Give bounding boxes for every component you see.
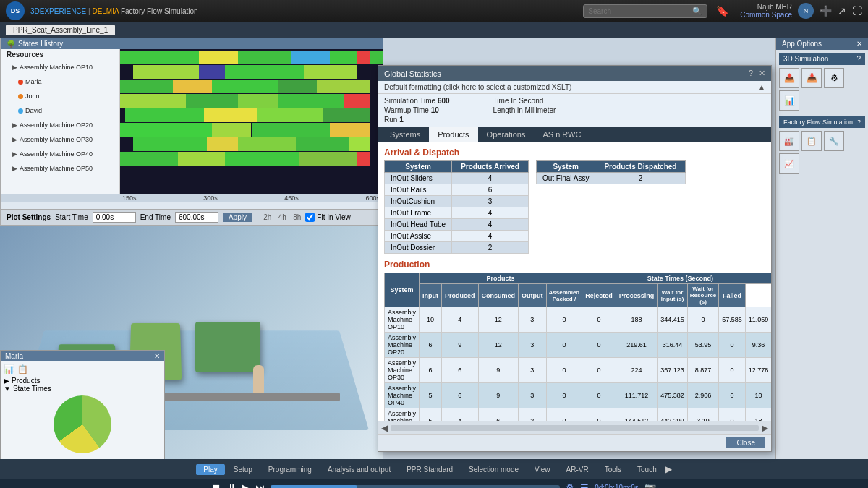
right-panel-section2: Factory Flow Simulation ? (779, 116, 865, 128)
resources-header: Resources (1, 49, 119, 60)
gantt-chart (120, 49, 383, 194)
flow-button-2[interactable]: 📋 (801, 131, 822, 151)
start-time-input[interactable] (93, 212, 136, 223)
app-name: 3DEXPERIENCE | DELMIA Factory Flow Simul… (30, 7, 198, 15)
table-cell: 475.382 (658, 383, 688, 408)
resource-item[interactable]: ▶ Assembly Machine OP40 (1, 147, 119, 161)
failed-header: Failed (719, 284, 746, 307)
dialog-scrollbar-bottom: ◀ ▶ (378, 421, 771, 434)
fit-minus4h[interactable]: -4h (276, 213, 286, 221)
resource-item[interactable]: David (1, 103, 119, 118)
scroll-up-icon: ▲ (758, 83, 765, 91)
search-bar[interactable]: 🔍 (583, 4, 707, 18)
plot-settings-label: Plot Settings (7, 213, 51, 221)
resource-item[interactable]: ▶ Assembly Machine OP10 (1, 60, 119, 74)
table-cell: 0 (546, 358, 582, 383)
table-cell: 442.299 (658, 408, 688, 421)
progress-bar[interactable] (271, 485, 560, 488)
apply-button[interactable]: Apply (223, 213, 252, 222)
fit-in-view-label: Fit In View (305, 213, 351, 222)
tab-products[interactable]: Products (429, 127, 477, 142)
fit-in-view-checkbox[interactable] (305, 213, 315, 222)
help-icon2[interactable]: ? (857, 119, 861, 126)
table-cell: 4 (442, 408, 479, 421)
table-cell: 9 (478, 358, 519, 383)
sim-button-3[interactable]: ⚙ (824, 68, 844, 88)
resource-item[interactable]: Maria (1, 74, 119, 89)
file-tab[interactable]: PPR_Seat_Assembly_Line_1 (6, 25, 115, 35)
step-icon[interactable]: ⏭ (255, 482, 265, 489)
table-cell: 0 (546, 383, 582, 408)
tab-play[interactable]: Play (196, 464, 224, 475)
close-dialog-icon[interactable]: ✕ (759, 69, 765, 78)
resource-item[interactable]: ▶ Assembly Machine OP20 (1, 118, 119, 132)
tab-arvr[interactable]: AR-VR (559, 464, 596, 475)
end-time-input[interactable] (175, 212, 218, 223)
list-icon[interactable]: ☰ (580, 482, 589, 489)
tab-ppr[interactable]: PPR Standard (399, 464, 460, 475)
chart-close-icon[interactable]: ✕ (154, 352, 160, 360)
close-button[interactable]: Close (726, 437, 765, 448)
close-right-panel-icon[interactable]: ✕ (856, 40, 862, 48)
search-input[interactable] (588, 7, 689, 15)
expand-icon[interactable]: ⛶ (852, 5, 862, 17)
tab-touch[interactable]: Touch (630, 464, 664, 475)
table-cell: 188 (616, 307, 658, 333)
right-panel: App Options ✕ 3D Simulation ? 📤 📥 ⚙ 📊 Fa… (775, 38, 868, 459)
scroll-right-icon[interactable]: ▶ (762, 423, 768, 433)
dot-icon (18, 80, 23, 85)
table-cell: 224 (616, 358, 658, 383)
help-icon[interactable]: ? (749, 69, 753, 78)
table-cell: 18 (745, 408, 771, 421)
table-cell: 57.585 (719, 307, 746, 333)
more-tabs-icon[interactable]: ▶ (665, 464, 672, 474)
bookmark-icon[interactable]: 🔖 (716, 5, 728, 17)
table-cell: Assembly Machine OP30 (385, 358, 420, 383)
flow-button-1[interactable]: 🏭 (779, 131, 799, 151)
tab-analysis[interactable]: Analysis and output (320, 464, 398, 475)
dialog-toolbar[interactable]: Default formatting (click here to select… (378, 81, 771, 94)
pause-icon[interactable]: ⏸ (227, 482, 237, 489)
play-icon[interactable]: ▶ (242, 482, 250, 489)
help-icon[interactable]: ? (856, 55, 861, 63)
fit-minus2h[interactable]: -2h (261, 213, 271, 221)
bottom-toolbar: Play Setup Programming Analysis and outp… (0, 459, 868, 479)
tab-tools[interactable]: Tools (597, 464, 629, 475)
tab-systems[interactable]: Systems (381, 127, 429, 142)
tab-programming[interactable]: Programming (261, 464, 319, 475)
tab-setup[interactable]: Setup (226, 464, 260, 475)
scroll-left-icon[interactable]: ◀ (381, 423, 388, 433)
resource-item[interactable]: ▶ Assembly Machine OP50 (1, 161, 119, 176)
expand-icon: ▶ (12, 64, 17, 71)
right-panel-section: 3D Simulation ? (779, 53, 865, 65)
settings-icon[interactable]: ⚙ (566, 482, 574, 489)
arrived-system-header: System (385, 161, 452, 173)
flow-button-3[interactable]: 🔧 (824, 131, 844, 151)
fit-minus8h[interactable]: -8h (291, 213, 301, 221)
tab-as-n-rwc[interactable]: AS n RWC (534, 127, 590, 142)
resource-item[interactable]: ▶ Assembly Machine OP30 (1, 132, 119, 147)
flow-button-4[interactable]: 📈 (779, 153, 799, 174)
tab-selection[interactable]: Selection mode (461, 464, 526, 475)
tab-operations[interactable]: Operations (478, 127, 535, 142)
tab-view[interactable]: View (527, 464, 558, 475)
camera-icon[interactable]: 📷 (644, 482, 656, 489)
sim-button-4[interactable]: 📊 (779, 90, 799, 111)
stop-icon[interactable]: ⏹ (212, 482, 221, 489)
dialog-header: Global Statistics ? ✕ (378, 66, 771, 81)
table-cell: 10 (420, 307, 442, 333)
resource-list: Resources ▶ Assembly Machine OP10 Maria … (1, 49, 120, 194)
sim-button-2[interactable]: 📥 (801, 68, 822, 88)
add-icon[interactable]: ➕ (820, 5, 832, 17)
share-icon[interactable]: ↗ (838, 5, 846, 17)
dispatched-products-header: Products Dispatched (595, 161, 686, 173)
main-area: 🌳 States History Resources ▶ Assembly Ma… (0, 38, 868, 459)
table-cell: 4 (452, 219, 529, 231)
products-section[interactable]: ▶ Products (4, 377, 161, 385)
state-times-span-header: State Times (Second) (582, 273, 771, 284)
state-times-section[interactable]: ▼ State Times (4, 385, 161, 393)
time-axis: 150s 300s 450s 600s (1, 194, 383, 202)
table-cell: 4 (452, 231, 529, 242)
resource-item[interactable]: John (1, 89, 119, 103)
sim-button-1[interactable]: 📤 (779, 68, 799, 88)
